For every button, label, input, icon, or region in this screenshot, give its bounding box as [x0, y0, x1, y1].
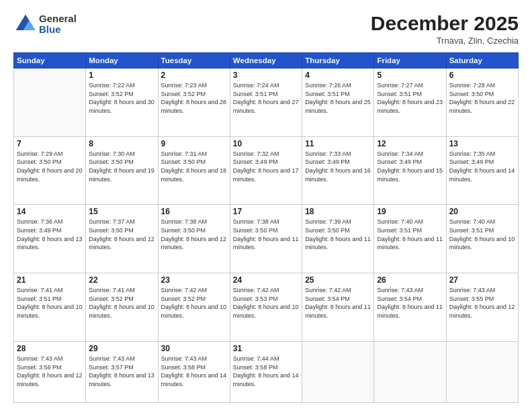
- day-number: 30: [161, 344, 227, 353]
- week-row: 14Sunrise: 7:36 AMSunset: 3:49 PMDayligh…: [14, 205, 519, 273]
- day-info: Sunrise: 7:28 AMSunset: 3:50 PMDaylight:…: [449, 81, 515, 115]
- logo-general: General: [39, 13, 77, 25]
- day-number: 12: [377, 139, 443, 148]
- calendar-cell: 19Sunrise: 7:40 AMSunset: 3:51 PMDayligh…: [374, 205, 446, 273]
- day-info: Sunrise: 7:43 AMSunset: 3:55 PMDaylight:…: [449, 286, 515, 320]
- calendar-cell: 1Sunrise: 7:22 AMSunset: 3:52 PMDaylight…: [86, 68, 158, 137]
- calendar-cell: 26Sunrise: 7:43 AMSunset: 3:54 PMDayligh…: [374, 273, 446, 342]
- calendar-cell: 16Sunrise: 7:38 AMSunset: 3:50 PMDayligh…: [158, 205, 230, 273]
- day-number: 6: [449, 71, 515, 80]
- day-info: Sunrise: 7:40 AMSunset: 3:51 PMDaylight:…: [449, 218, 515, 251]
- location: Trnava, Zlin, Czechia: [371, 36, 519, 46]
- day-info: Sunrise: 7:32 AMSunset: 3:49 PMDaylight:…: [233, 150, 299, 183]
- day-number: 18: [305, 207, 371, 216]
- calendar-cell: [446, 341, 518, 402]
- day-info: Sunrise: 7:41 AMSunset: 3:52 PMDaylight:…: [89, 286, 154, 320]
- calendar-cell: 22Sunrise: 7:41 AMSunset: 3:52 PMDayligh…: [86, 273, 158, 342]
- day-number: 14: [17, 207, 83, 216]
- calendar-cell: [14, 68, 86, 137]
- weekday-header-row: SundayMondayTuesdayWednesdayThursdayFrid…: [14, 53, 519, 68]
- day-number: 2: [161, 71, 227, 80]
- day-number: 21: [17, 275, 83, 285]
- day-number: 3: [233, 71, 299, 80]
- calendar-cell: 5Sunrise: 7:27 AMSunset: 3:51 PMDaylight…: [374, 68, 446, 137]
- day-info: Sunrise: 7:29 AMSunset: 3:50 PMDaylight:…: [17, 150, 83, 183]
- day-number: 26: [377, 275, 443, 285]
- day-info: Sunrise: 7:37 AMSunset: 3:50 PMDaylight:…: [89, 218, 154, 251]
- day-info: Sunrise: 7:39 AMSunset: 3:50 PMDaylight:…: [305, 218, 371, 251]
- day-number: 29: [89, 344, 154, 353]
- logo-icon: [13, 12, 38, 36]
- day-info: Sunrise: 7:42 AMSunset: 3:53 PMDaylight:…: [233, 286, 299, 320]
- weekday-header: Friday: [374, 53, 446, 68]
- day-number: 15: [89, 207, 154, 216]
- month-title: December 2025: [371, 12, 519, 34]
- calendar-cell: 25Sunrise: 7:42 AMSunset: 3:54 PMDayligh…: [302, 273, 374, 342]
- day-info: Sunrise: 7:27 AMSunset: 3:51 PMDaylight:…: [377, 81, 443, 115]
- day-number: 16: [161, 207, 227, 216]
- day-number: 28: [17, 344, 83, 353]
- calendar-cell: 30Sunrise: 7:43 AMSunset: 3:58 PMDayligh…: [158, 341, 230, 402]
- day-number: 9: [161, 139, 227, 148]
- day-info: Sunrise: 7:43 AMSunset: 3:56 PMDaylight:…: [17, 355, 83, 388]
- calendar-cell: 2Sunrise: 7:23 AMSunset: 3:52 PMDaylight…: [158, 68, 230, 137]
- day-info: Sunrise: 7:43 AMSunset: 3:57 PMDaylight:…: [89, 355, 154, 388]
- week-row: 7Sunrise: 7:29 AMSunset: 3:50 PMDaylight…: [14, 136, 519, 205]
- week-row: 1Sunrise: 7:22 AMSunset: 3:52 PMDaylight…: [14, 68, 519, 137]
- day-info: Sunrise: 7:22 AMSunset: 3:52 PMDaylight:…: [89, 81, 154, 115]
- calendar-cell: 11Sunrise: 7:33 AMSunset: 3:49 PMDayligh…: [302, 136, 374, 205]
- day-number: 1: [89, 71, 154, 80]
- day-number: 20: [449, 207, 515, 216]
- week-row: 21Sunrise: 7:41 AMSunset: 3:51 PMDayligh…: [14, 273, 519, 342]
- title-block: December 2025 Trnava, Zlin, Czechia: [371, 12, 519, 46]
- day-number: 23: [161, 275, 227, 285]
- logo-blue: Blue: [39, 24, 77, 36]
- calendar-cell: 9Sunrise: 7:31 AMSunset: 3:50 PMDaylight…: [158, 136, 230, 205]
- weekday-header: Wednesday: [230, 53, 302, 68]
- day-number: 7: [17, 139, 83, 148]
- calendar-cell: 18Sunrise: 7:39 AMSunset: 3:50 PMDayligh…: [302, 205, 374, 273]
- calendar-cell: 24Sunrise: 7:42 AMSunset: 3:53 PMDayligh…: [230, 273, 302, 342]
- calendar-cell: 29Sunrise: 7:43 AMSunset: 3:57 PMDayligh…: [86, 341, 158, 402]
- day-number: 13: [449, 139, 515, 148]
- calendar-cell: 20Sunrise: 7:40 AMSunset: 3:51 PMDayligh…: [446, 205, 518, 273]
- day-info: Sunrise: 7:42 AMSunset: 3:54 PMDaylight:…: [305, 286, 371, 320]
- weekday-header: Monday: [86, 53, 158, 68]
- day-number: 22: [89, 275, 154, 285]
- calendar-cell: 4Sunrise: 7:26 AMSunset: 3:51 PMDaylight…: [302, 68, 374, 137]
- calendar-cell: 3Sunrise: 7:24 AMSunset: 3:51 PMDaylight…: [230, 68, 302, 137]
- page: General Blue December 2025 Trnava, Zlin,…: [0, 0, 532, 411]
- day-number: 5: [377, 71, 443, 80]
- calendar-cell: [374, 341, 446, 402]
- calendar-cell: 14Sunrise: 7:36 AMSunset: 3:49 PMDayligh…: [14, 205, 86, 273]
- logo: General Blue: [13, 12, 77, 36]
- weekday-header: Thursday: [302, 53, 374, 68]
- calendar-cell: 28Sunrise: 7:43 AMSunset: 3:56 PMDayligh…: [14, 341, 86, 402]
- calendar-cell: 17Sunrise: 7:38 AMSunset: 3:50 PMDayligh…: [230, 205, 302, 273]
- week-row: 28Sunrise: 7:43 AMSunset: 3:56 PMDayligh…: [14, 341, 519, 402]
- day-info: Sunrise: 7:43 AMSunset: 3:54 PMDaylight:…: [377, 286, 443, 320]
- day-info: Sunrise: 7:43 AMSunset: 3:58 PMDaylight:…: [161, 355, 227, 388]
- day-info: Sunrise: 7:42 AMSunset: 3:52 PMDaylight:…: [161, 286, 227, 320]
- day-number: 4: [305, 71, 371, 80]
- day-number: 31: [233, 344, 299, 353]
- day-info: Sunrise: 7:35 AMSunset: 3:49 PMDaylight:…: [449, 150, 515, 183]
- calendar-cell: 10Sunrise: 7:32 AMSunset: 3:49 PMDayligh…: [230, 136, 302, 205]
- day-info: Sunrise: 7:33 AMSunset: 3:49 PMDaylight:…: [305, 150, 371, 183]
- calendar-cell: 21Sunrise: 7:41 AMSunset: 3:51 PMDayligh…: [14, 273, 86, 342]
- day-number: 27: [449, 275, 515, 285]
- calendar: SundayMondayTuesdayWednesdayThursdayFrid…: [13, 52, 519, 403]
- day-info: Sunrise: 7:44 AMSunset: 3:58 PMDaylight:…: [233, 355, 299, 388]
- day-info: Sunrise: 7:40 AMSunset: 3:51 PMDaylight:…: [377, 218, 443, 251]
- weekday-header: Tuesday: [158, 53, 230, 68]
- day-number: 19: [377, 207, 443, 216]
- calendar-cell: 13Sunrise: 7:35 AMSunset: 3:49 PMDayligh…: [446, 136, 518, 205]
- calendar-cell: 31Sunrise: 7:44 AMSunset: 3:58 PMDayligh…: [230, 341, 302, 402]
- calendar-cell: 27Sunrise: 7:43 AMSunset: 3:55 PMDayligh…: [446, 273, 518, 342]
- day-info: Sunrise: 7:38 AMSunset: 3:50 PMDaylight:…: [233, 218, 299, 251]
- weekday-header: Sunday: [14, 53, 86, 68]
- logo-text: General Blue: [39, 13, 77, 36]
- day-info: Sunrise: 7:31 AMSunset: 3:50 PMDaylight:…: [161, 150, 227, 183]
- calendar-cell: 23Sunrise: 7:42 AMSunset: 3:52 PMDayligh…: [158, 273, 230, 342]
- header: General Blue December 2025 Trnava, Zlin,…: [13, 12, 519, 46]
